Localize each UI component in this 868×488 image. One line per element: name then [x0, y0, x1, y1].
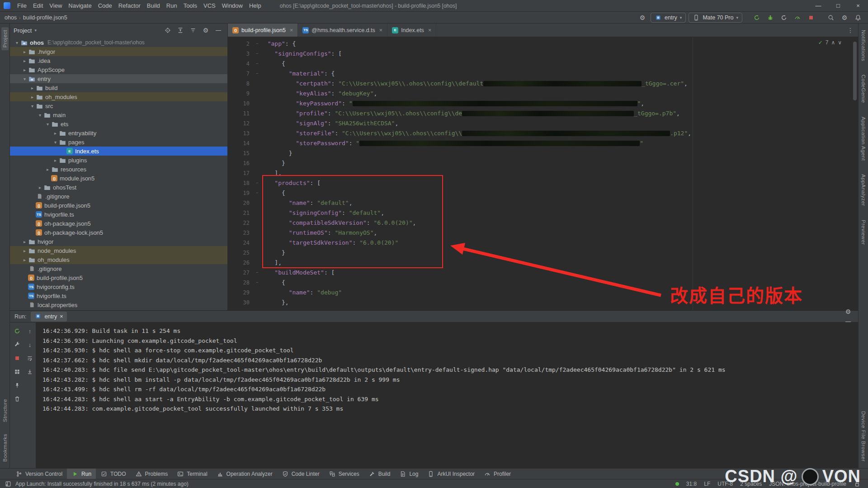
settings-gear-icon[interactable]: ⚙ — [200, 25, 211, 35]
code-text[interactable]: } — [260, 158, 858, 168]
toolwindow-run[interactable]: Run — [67, 469, 96, 479]
tree-item-hvigorfile-ts[interactable]: TShvigorfile.ts — [10, 291, 227, 300]
settings-gear-icon[interactable]: ⚙ — [839, 13, 850, 23]
code-editor[interactable]: 2− "app": {3− "signingConfigs": [4− {7− … — [228, 37, 858, 310]
caret-right-icon[interactable]: ▸ — [21, 248, 28, 253]
rerun-icon[interactable] — [12, 326, 23, 336]
caret-right-icon[interactable]: ▸ — [21, 257, 28, 262]
tree-item-gitignore[interactable]: .gitignore — [10, 264, 227, 273]
caret-down-icon[interactable]: ▾ — [44, 122, 51, 127]
inspection-widget[interactable]: ✓ 7 ∧ ∨ — [818, 39, 842, 46]
config-gear-icon[interactable]: ⚙ — [637, 13, 648, 23]
debug-icon[interactable] — [765, 13, 776, 23]
menu-view[interactable]: View — [46, 1, 65, 10]
menu-help[interactable]: Help — [246, 1, 264, 10]
tree-item-appscope[interactable]: ▸AppScope — [10, 65, 227, 74]
profiler-icon[interactable] — [792, 13, 803, 23]
window-minimize-icon[interactable]: — — [808, 0, 828, 12]
fold-marker[interactable]: − — [254, 59, 260, 69]
tree-item-plugins[interactable]: ▸plugins — [10, 156, 227, 165]
toolwindow-build[interactable]: Build — [364, 469, 395, 479]
tree-item-build-profile-json5[interactable]: {}build-profile.json5 — [10, 273, 227, 282]
stripe-notifications[interactable]: Notifications — [860, 27, 867, 64]
caret-down-icon[interactable]: ▾ — [14, 40, 20, 45]
tree-item-entry[interactable]: ▾entry — [10, 74, 227, 83]
code-text[interactable]: "keyPassword": "", — [260, 99, 858, 109]
device-selector[interactable]: Mate 70 Pro▾ — [689, 13, 742, 23]
collapse-all-icon[interactable] — [175, 25, 186, 35]
toolwindow-arkui-inspector[interactable]: ArkUI Inspector — [423, 469, 479, 479]
caret-down-icon[interactable]: ▾ — [37, 113, 43, 118]
caret-right-icon[interactable]: ▸ — [37, 185, 43, 190]
menu-build[interactable]: Build — [144, 1, 163, 10]
filter-icon[interactable] — [188, 25, 198, 35]
tree-item-hvigor[interactable]: ▸.hvigor — [10, 47, 227, 56]
status-31[interactable]: 31:8 — [686, 481, 697, 487]
caret-right-icon[interactable]: ▸ — [52, 131, 59, 136]
trash-icon[interactable] — [12, 394, 23, 404]
tree-item-oh-package-lock-json5[interactable]: {}oh-package-lock.json5 — [10, 228, 227, 237]
menu-navigate[interactable]: Navigate — [65, 1, 94, 10]
breadcrumb-ohos[interactable]: ohos — [5, 14, 17, 21]
caret-right-icon[interactable]: ▸ — [29, 85, 36, 90]
run-console-output[interactable]: 16:42:36.929: Build task in 11 s 254 ms1… — [36, 322, 858, 468]
toolwindow-services[interactable]: Services — [324, 469, 364, 479]
menu-code[interactable]: Code — [95, 1, 115, 10]
tree-item-src[interactable]: ▾src — [10, 101, 227, 110]
stripe-application-agent[interactable]: Application Agent — [860, 114, 867, 163]
code-text[interactable]: "keyAlias": "debugKey", — [260, 89, 858, 99]
caret-right-icon[interactable]: ▸ — [21, 58, 28, 63]
softwrap-icon[interactable] — [24, 353, 35, 363]
toolwindow-code-linter[interactable]: Code Linter — [277, 469, 324, 479]
fold-marker[interactable]: − — [254, 178, 260, 188]
target-icon[interactable] — [162, 25, 173, 35]
fold-marker[interactable]: − — [254, 39, 260, 49]
tree-item-ets[interactable]: ▾ets — [10, 119, 227, 128]
caret-right-icon[interactable]: ▸ — [21, 239, 28, 244]
tab-index-ets[interactable]: EIndex.ets× — [387, 24, 436, 37]
stripe-codegenie[interactable]: CodeGenie — [860, 72, 867, 106]
tree-item-hvigorconfig-ts[interactable]: TShvigorconfig.ts — [10, 282, 227, 291]
hide-icon[interactable]: — — [213, 25, 224, 35]
chevron-down-icon[interactable]: ▾ — [34, 28, 37, 33]
tree-item-entryability[interactable]: ▸entryability — [10, 128, 227, 137]
tree-item-ohos[interactable]: ▾ohosE:\app\gitcode_pocket_tool-master\o… — [10, 38, 227, 47]
tree-item-build[interactable]: ▸build — [10, 83, 227, 92]
tree-item-pages[interactable]: ▾pages — [10, 137, 227, 147]
menu-edit[interactable]: Edit — [30, 1, 46, 10]
chevron-up-icon[interactable]: ∧ — [831, 39, 835, 46]
stripe-previewer[interactable]: Previewer — [860, 217, 867, 248]
toolwindow-terminal[interactable]: Terminal — [172, 469, 212, 479]
code-text[interactable]: "app": { — [260, 39, 858, 49]
run-tab-entry[interactable]: entry × — [31, 312, 66, 322]
menu-vcs[interactable]: VCS — [200, 1, 219, 10]
tree-item-module-json5[interactable]: {}module.json5 — [10, 174, 227, 183]
scrollend-icon[interactable] — [24, 367, 35, 377]
bell-icon[interactable] — [853, 13, 863, 23]
grid-icon[interactable] — [12, 367, 23, 377]
close-icon[interactable]: × — [379, 27, 382, 33]
close-icon[interactable]: × — [60, 313, 63, 320]
fold-marker[interactable]: − — [254, 278, 260, 288]
caret-right-icon[interactable]: ▸ — [29, 95, 36, 99]
close-icon[interactable]: × — [290, 27, 293, 33]
code-text[interactable]: "material": { — [260, 69, 858, 79]
pin-icon[interactable] — [12, 380, 23, 390]
stripe-appanalyzer[interactable]: AppAnalyzer — [860, 171, 867, 209]
tree-item-idea[interactable]: ▸.idea — [10, 56, 227, 65]
stripe-bookmarks[interactable]: Bookmarks — [1, 431, 9, 464]
caret-down-icon[interactable]: ▾ — [52, 140, 59, 145]
fold-marker[interactable]: − — [254, 268, 260, 278]
status-lf[interactable]: LF — [704, 481, 710, 487]
caret-down-icon[interactable]: ▾ — [21, 76, 28, 81]
code-text[interactable]: } — [260, 148, 858, 158]
rerun-icon[interactable] — [751, 13, 762, 23]
toolwindow-version-control[interactable]: Version Control — [11, 469, 67, 479]
tree-item-build-profile-json5[interactable]: {}build-profile.json5 — [10, 201, 227, 210]
restart-icon[interactable] — [778, 13, 789, 23]
code-text[interactable]: { — [260, 59, 858, 69]
stripe-project[interactable]: Project — [1, 27, 9, 50]
tree-item-oh-package-json5[interactable]: {}oh-package.json5 — [10, 219, 227, 228]
window-maximize-icon[interactable]: □ — [828, 0, 848, 12]
tree-item-index-ets[interactable]: EIndex.ets — [10, 147, 227, 156]
